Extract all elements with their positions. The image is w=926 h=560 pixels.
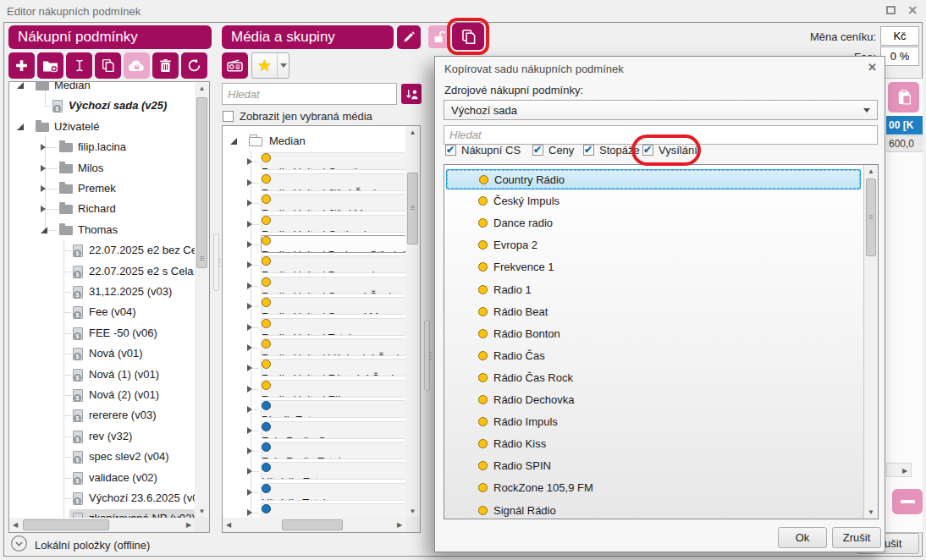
tree-item[interactable]: Fee (v04) [10,302,195,322]
left-tree-vscrollbar[interactable]: ▲ ▼ [195,82,209,518]
tree-expander-icon[interactable] [17,82,24,89]
station-list-item[interactable]: Evropa 2 [446,235,861,255]
tree-expander-icon[interactable] [41,165,46,172]
tree-item[interactable]: spec slev2 (v04) [10,447,195,467]
rename-button[interactable] [66,52,92,79]
station-list-item[interactable]: Radio 1 [446,280,861,300]
fee-field[interactable] [880,47,919,66]
dialog-search[interactable] [444,125,878,145]
edit-media-button[interactable] [397,25,421,49]
scrollbar-thumb[interactable] [407,173,418,244]
scrollbar-thumb[interactable] [23,519,109,530]
checkbox-icon[interactable] [583,145,594,156]
scroll-down-icon[interactable]: ▼ [195,508,209,515]
media-item-box[interactable]: Radio United Jižní Čechy [261,173,405,191]
scrollbar-thumb[interactable] [866,178,876,256]
delete-button[interactable] [152,52,179,79]
ok-button[interactable]: Ok [778,527,827,548]
station-list-item[interactable]: Radio Čas [446,346,861,366]
media-item-box[interactable]: Radio United Optimal [261,215,405,233]
media-tree-item[interactable]: Fajn Radio Total + [223,441,405,461]
station-list-item[interactable]: Rádio Kiss [446,434,861,454]
media-tree-item[interactable]: Radio United Optimal [223,214,405,234]
media-tree-item[interactable]: Radio United Západní Čechy [223,358,405,378]
station-list-item[interactable]: Signál Rádio [446,501,861,519]
scroll-right-icon[interactable]: ▶ [185,521,193,529]
media-filter-button[interactable] [222,52,248,79]
media-item-box[interactable]: Radio United Jižní Morava [261,194,405,211]
media-tree-item[interactable]: Radio United Jižní Čechy [223,173,405,193]
remove-row-button[interactable] [892,489,923,514]
panel-splitter[interactable] [213,233,219,291]
media-item-box[interactable]: Blaník Extra + [261,400,405,418]
dialog-checkbox-ceny[interactable]: Ceny [532,144,574,156]
local-items-expander[interactable]: Lokální položky (offline) [10,535,150,556]
copy-conditions-button[interactable] [452,23,484,50]
dialog-search-input[interactable] [444,125,878,145]
show-selected-media-checkbox[interactable]: Zobrazit jen vybraná média [223,110,372,123]
station-list-item[interactable]: Rádio Bonton [446,324,861,344]
dialog-checkbox-stop-e[interactable]: Stopáže [583,144,640,156]
tree-item[interactable]: zkopírované NP (v02) [10,508,195,518]
station-list-item[interactable]: Český Impuls [446,191,861,211]
scroll-left-icon[interactable]: ◀ [11,521,19,529]
media-tree-item[interactable]: Radio United Jižní Morava [223,193,405,213]
refresh-button[interactable] [181,52,207,79]
tree-expander-icon[interactable] [230,138,237,145]
cancel-button[interactable]: Zrušit [832,527,881,548]
scroll-down-icon[interactable]: ▼ [405,508,420,515]
media-tree-hscrollbar[interactable]: ◀ ▶ [223,518,405,532]
media-item-box[interactable]: Hitrádio Total+ [261,483,405,501]
favorites-dropdown[interactable] [277,53,289,78]
left-tree-hscrollbar[interactable]: ◀ ▶ [9,518,195,532]
media-item-box[interactable]: Radio United Zlín [261,380,405,398]
sort-button[interactable] [401,84,422,104]
dialog-checkbox-n-kupn-cs[interactable]: Nákupní CS [445,144,521,156]
tree-item[interactable]: Premek [10,178,195,199]
media-item-box[interactable]: Radio United Severní Čechy [261,277,405,294]
source-combobox[interactable]: Výchozí sada [444,100,878,120]
tree-expander-icon[interactable] [17,124,24,130]
media-item-box[interactable]: Radio United Praha a Střední Č [261,235,405,253]
media-item-box[interactable]: Radio United Severní Morava [261,297,405,315]
station-list-item[interactable]: Radio SPIN [446,456,861,476]
station-list-item[interactable]: Rádio Beat [446,302,861,322]
copy-button[interactable] [95,52,121,79]
station-list-item[interactable]: Frekvence 1 [446,257,861,277]
media-tree-item[interactable]: Radio United Zlín [223,379,405,399]
media-item-box[interactable]: Radio United Východní Čechy [261,338,405,356]
tree-expander-icon[interactable] [41,227,47,233]
tree-expander-icon[interactable] [41,144,46,151]
media-tree-item[interactable]: Hitrádio Total+ [223,482,405,502]
tree-item[interactable]: Výchozí 23.6.2025 (v05) [10,488,195,508]
add-button[interactable] [8,52,35,79]
media-tree-item[interactable]: Fajn Radio Cross + [223,420,405,441]
paste-button[interactable] [888,82,919,113]
currency-field[interactable] [880,26,919,46]
tree-item[interactable]: validace (v02) [10,468,195,488]
panel-splitter[interactable] [424,320,430,391]
media-item-box[interactable]: Radio United Západní Čechy [261,359,405,376]
checkbox-icon[interactable] [223,111,234,122]
station-list-vscrollbar[interactable]: ▲ ▼ [863,165,878,519]
media-item-box[interactable]: Radio United Creative [261,152,405,170]
tree-item[interactable]: filip.lacina [10,137,195,157]
tree-item[interactable]: Nová (2) (v01) [10,385,195,405]
close-icon[interactable]: ✕ [907,5,918,15]
media-item-box[interactable]: Radio United Total [261,318,405,336]
cloud-save-button[interactable] [124,52,150,79]
tree-expander-icon[interactable] [41,185,46,192]
media-item-box[interactable]: Fajn Radio Total + [261,442,405,459]
station-list-item[interactable]: Rádio Impuls [446,412,861,432]
dialog-close-icon[interactable]: ✕ [868,61,877,74]
media-tree-vscrollbar[interactable]: ▲ ▼ [405,126,420,518]
tree-item[interactable]: Median [10,82,195,96]
media-tree-item[interactable]: Radio United Total [223,317,405,338]
checkbox-icon[interactable] [642,145,653,156]
fee-input[interactable] [880,47,919,66]
station-list-item[interactable]: Rádio Čas Rock [446,368,861,388]
scroll-up-icon[interactable]: ▲ [864,167,878,175]
maximize-icon[interactable] [886,6,896,14]
scroll-left-icon[interactable]: ◀ [224,521,233,529]
station-list-item[interactable]: RockZone 105,9 FM [446,478,861,498]
